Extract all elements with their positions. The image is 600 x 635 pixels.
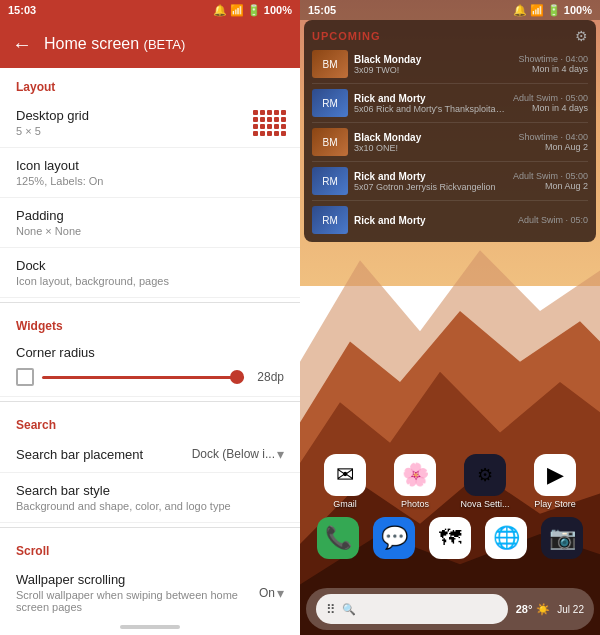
gmail-app[interactable]: ✉ Gmail bbox=[320, 454, 370, 509]
home-icons-area: ✉ Gmail 🌸 Photos ⚙ Nova Setti... ▶ Play … bbox=[300, 454, 600, 580]
search-bar-placement-item[interactable]: Search bar placement Dock (Below i... ▾ bbox=[0, 436, 300, 473]
grid-icon bbox=[253, 110, 286, 136]
show-info-1: Rick and Morty 5x06 Rick and Morty's Tha… bbox=[354, 93, 507, 114]
photos-label: Photos bbox=[401, 499, 429, 509]
gear-icon[interactable]: ⚙ bbox=[575, 28, 588, 44]
divider-2 bbox=[0, 401, 300, 402]
show-thumb-2: BM bbox=[312, 128, 348, 156]
search-bar-placement-dropdown[interactable]: Dock (Below i... ▾ bbox=[192, 446, 284, 462]
back-button[interactable]: ← bbox=[12, 33, 32, 56]
icon-layout-subtitle: 125%, Labels: On bbox=[16, 175, 284, 187]
camera-app[interactable]: 📷 Camera bbox=[537, 517, 587, 572]
show-info-4: Rick and Morty bbox=[354, 215, 512, 226]
toggle-arrow-icon: ▾ bbox=[277, 585, 284, 601]
show-meta-1: Adult Swim · 05:00 Mon in 4 days bbox=[513, 93, 588, 113]
show-name-1: Rick and Morty bbox=[354, 93, 507, 104]
photos-icon: 🌸 bbox=[394, 454, 436, 496]
messages-app[interactable]: 💬 Msg bbox=[369, 517, 419, 572]
desktop-grid-subtitle: 5 × 5 bbox=[16, 125, 284, 137]
show-thumb-3: RM bbox=[312, 167, 348, 195]
slider-track[interactable] bbox=[42, 376, 244, 379]
padding-item[interactable]: Padding None × None bbox=[0, 198, 300, 248]
slider-thumb[interactable] bbox=[230, 370, 244, 384]
show-episode-1: 5x06 Rick and Morty's Thanksploitation S… bbox=[354, 104, 507, 114]
icon-layout-item[interactable]: Icon layout 125%, Labels: On bbox=[0, 148, 300, 198]
phone-app[interactable]: 📞 Phone bbox=[313, 517, 363, 572]
bottom-handle bbox=[120, 625, 180, 629]
left-time: 15:03 bbox=[8, 4, 36, 16]
dropdown-arrow-icon: ▾ bbox=[277, 446, 284, 462]
show-name-2: Black Monday bbox=[354, 132, 512, 143]
nova-app[interactable]: ⚙ Nova Setti... bbox=[460, 454, 510, 509]
desktop-grid-title: Desktop grid bbox=[16, 108, 284, 123]
wallpaper-scrolling-subtitle: Scroll wallpaper when swiping between ho… bbox=[16, 589, 259, 613]
show-network-0: Showtime · 04:00 bbox=[518, 54, 588, 64]
left-status-icons: 🔔 📶 🔋 100% bbox=[213, 4, 292, 17]
wallpaper-scrolling-left: Wallpaper scrolling Scroll wallpaper whe… bbox=[16, 572, 259, 613]
playstore-icon: ▶ bbox=[534, 454, 576, 496]
show-info-0: Black Monday 3x09 TWO! bbox=[354, 54, 512, 75]
wallpaper-scrolling-toggle[interactable]: On ▾ bbox=[259, 585, 284, 601]
search-bar-style-title: Search bar style bbox=[16, 483, 284, 498]
divider-3 bbox=[0, 527, 300, 528]
search-bar-style-subtitle: Background and shape, color, and logo ty… bbox=[16, 500, 284, 512]
slider-min-icon bbox=[16, 368, 34, 386]
show-thumb-4: RM bbox=[312, 206, 348, 234]
dock-item[interactable]: Dock Icon layout, background, pages bbox=[0, 248, 300, 298]
dock-weather: 28° ☀️ Jul 22 bbox=[516, 603, 584, 616]
show-airdate-2: Mon Aug 2 bbox=[518, 142, 588, 152]
app-row-1: ✉ Gmail 🌸 Photos ⚙ Nova Setti... ▶ Play … bbox=[300, 454, 600, 509]
show-meta-3: Adult Swim · 05:00 Mon Aug 2 bbox=[513, 171, 588, 191]
upcoming-item-4[interactable]: RM Rick and Morty Adult Swim · 05:0 bbox=[312, 206, 588, 234]
show-episode-0: 3x09 TWO! bbox=[354, 65, 512, 75]
layout-section-header: Layout bbox=[0, 68, 300, 98]
show-name-0: Black Monday bbox=[354, 54, 512, 65]
dock-search-bar[interactable]: ⠿ 🔍 bbox=[316, 594, 508, 624]
show-network-3: Adult Swim · 05:00 bbox=[513, 171, 588, 181]
messages-icon: 💬 bbox=[373, 517, 415, 559]
show-meta-2: Showtime · 04:00 Mon Aug 2 bbox=[518, 132, 588, 152]
padding-title: Padding bbox=[16, 208, 284, 223]
upcoming-item-0[interactable]: BM Black Monday 3x09 TWO! Showtime · 04:… bbox=[312, 50, 588, 84]
photos-app[interactable]: 🌸 Photos bbox=[390, 454, 440, 509]
scroll-section-header: Scroll bbox=[0, 532, 300, 562]
divider-1 bbox=[0, 302, 300, 303]
show-network-1: Adult Swim · 05:00 bbox=[513, 93, 588, 103]
upcoming-title: UPCOMING bbox=[312, 30, 381, 42]
upcoming-item-3[interactable]: RM Rick and Morty 5x07 Gotron Jerrysis R… bbox=[312, 167, 588, 201]
show-thumb-0: BM bbox=[312, 50, 348, 78]
upcoming-item-2[interactable]: BM Black Monday 3x10 ONE! Showtime · 04:… bbox=[312, 128, 588, 162]
app-row-2: 📞 Phone 💬 Msg 🗺 Maps 🌐 Chrome 📷 Camera bbox=[300, 517, 600, 572]
nova-icon: ⚙ bbox=[464, 454, 506, 496]
chrome-app[interactable]: 🌐 Chrome bbox=[481, 517, 531, 572]
dock: ⠿ 🔍 28° ☀️ Jul 22 bbox=[306, 588, 594, 630]
slider-row: 28dp bbox=[16, 368, 284, 386]
upcoming-widget: UPCOMING ⚙ BM Black Monday 3x09 TWO! Sho… bbox=[304, 20, 596, 242]
show-info-3: Rick and Morty 5x07 Gotron Jerrysis Rick… bbox=[354, 171, 507, 192]
right-panel: 15:05 🔔 📶 🔋 100% UPCOMING ⚙ BM Black Mon… bbox=[300, 0, 600, 635]
page-title: Home screen (BETA) bbox=[44, 35, 185, 53]
wallpaper-scrolling-item[interactable]: Wallpaper scrolling Scroll wallpaper whe… bbox=[0, 562, 300, 619]
show-network-2: Showtime · 04:00 bbox=[518, 132, 588, 142]
upcoming-header: UPCOMING ⚙ bbox=[312, 28, 588, 44]
maps-app[interactable]: 🗺 Maps bbox=[425, 517, 475, 572]
dock-date: Jul 22 bbox=[557, 604, 584, 615]
wallpaper-scrolling-title: Wallpaper scrolling bbox=[16, 572, 259, 587]
playstore-app[interactable]: ▶ Play Store bbox=[530, 454, 580, 509]
show-network-4: Adult Swim · 05:0 bbox=[518, 215, 588, 225]
right-status-icons: 🔔 📶 🔋 100% bbox=[513, 4, 592, 17]
left-header: ← Home screen (BETA) bbox=[0, 20, 300, 68]
show-airdate-1: Mon in 4 days bbox=[513, 103, 588, 113]
left-panel: 15:03 🔔 📶 🔋 100% ← Home screen (BETA) La… bbox=[0, 0, 300, 635]
padding-subtitle: None × None bbox=[16, 225, 284, 237]
camera-icon: 📷 bbox=[541, 517, 583, 559]
search-bar-style-item[interactable]: Search bar style Background and shape, c… bbox=[0, 473, 300, 523]
right-status-bar: 15:05 🔔 📶 🔋 100% bbox=[300, 0, 600, 20]
show-meta-4: Adult Swim · 05:0 bbox=[518, 215, 588, 225]
search-bar-placement-value: Dock (Below i... bbox=[192, 447, 275, 461]
upcoming-item-1[interactable]: RM Rick and Morty 5x06 Rick and Morty's … bbox=[312, 89, 588, 123]
desktop-grid-item[interactable]: Desktop grid 5 × 5 bbox=[0, 98, 300, 148]
search-bar-placement-title: Search bar placement bbox=[16, 447, 143, 462]
phone-icon: 📞 bbox=[317, 517, 359, 559]
corner-radius-item[interactable]: Corner radius 28dp bbox=[0, 337, 300, 397]
